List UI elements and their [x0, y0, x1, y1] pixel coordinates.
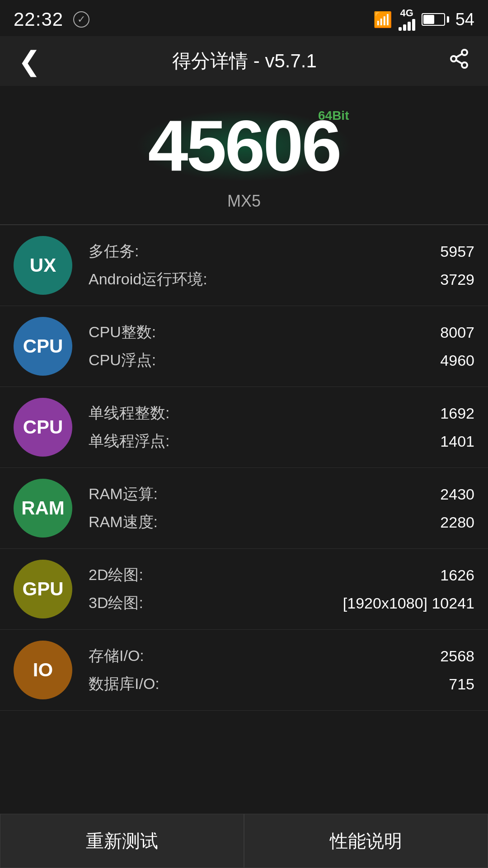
- back-button[interactable]: ❮: [18, 45, 41, 77]
- gpu-value-1: 1626: [440, 566, 474, 584]
- cpu-purple-metric-1: 单线程整数: 1692: [89, 403, 474, 424]
- cpu-blue-value-2: 4960: [440, 352, 474, 369]
- cpu-purple-value-2: 1401: [440, 433, 474, 450]
- retest-button[interactable]: 重新测试: [0, 814, 244, 868]
- benchmark-row-cpu-purple: CPU 单线程整数: 1692 单线程浮点: 1401: [0, 387, 488, 468]
- cpu-purple-icon: CPU: [14, 398, 72, 457]
- cpu-blue-label-1: CPU整数:: [89, 322, 156, 343]
- cpu-blue-metric-2: CPU浮点: 4960: [89, 350, 474, 371]
- cpu-blue-metrics: CPU整数: 8007 CPU浮点: 4960: [89, 322, 474, 371]
- io-metrics: 存储I/O: 2568 数据库I/O: 715: [89, 646, 474, 694]
- ux-metrics: 多任务: 5957 Android运行环境: 3729: [89, 241, 474, 290]
- lte-badge: 4G: [400, 8, 413, 18]
- ram-value-2: 2280: [440, 514, 474, 531]
- battery-icon: [422, 13, 449, 26]
- cpu-purple-metrics: 单线程整数: 1692 单线程浮点: 1401: [89, 403, 474, 452]
- io-label-2: 数据库I/O:: [89, 674, 160, 694]
- gpu-label-2: 3D绘图:: [89, 593, 143, 613]
- gpu-label-1: 2D绘图:: [89, 565, 143, 585]
- benchmark-row-gpu: GPU 2D绘图: 1626 3D绘图: [868x488] 10241: [0, 549, 488, 630]
- cpu-blue-label-2: CPU浮点:: [89, 350, 156, 371]
- cpu-purple-label-2: 单线程浮点:: [89, 431, 169, 452]
- gpu-metric-1: 2D绘图: 1626: [89, 565, 474, 585]
- benchmark-row-cpu-blue: CPU CPU整数: 8007 CPU浮点: 4960: [0, 306, 488, 387]
- gpu-icon: GPU: [14, 560, 72, 618]
- ux-value-2: 3729: [440, 271, 474, 288]
- svg-line-4: [456, 54, 462, 57]
- ux-metric-2: Android运行环境: 3729: [89, 269, 474, 290]
- cpu-purple-label-1: 单线程整数:: [89, 403, 169, 424]
- gpu-metric-2: 3D绘图: [868x488] 10241: [89, 593, 474, 613]
- ram-label-1: RAM运算:: [89, 484, 158, 505]
- ram-metrics: RAM运算: 2430 RAM速度: 2280: [89, 484, 474, 533]
- ux-label-2: Android运行环境:: [89, 269, 207, 290]
- score-number: 45606: [148, 104, 340, 187]
- score-glow: 64Bit 45606: [148, 104, 340, 187]
- share-button[interactable]: [448, 48, 470, 74]
- gpu-metrics: 2D绘图: 1626 3D绘图: [868x488] 10241: [89, 565, 474, 613]
- score-section: 64Bit 45606 MX5: [0, 86, 488, 224]
- io-value-1: 2568: [440, 647, 474, 665]
- ram-label-2: RAM速度:: [89, 512, 158, 533]
- benchmark-row-ram: RAM RAM运算: 2430 RAM速度: 2280: [0, 468, 488, 549]
- cpu-blue-value-1: 8007: [440, 324, 474, 341]
- score-badge: 64Bit: [318, 108, 349, 123]
- signal-bars: [399, 19, 415, 31]
- io-value-2: 715: [449, 675, 474, 693]
- device-name: MX5: [227, 192, 261, 211]
- io-metric-1: 存储I/O: 2568: [89, 646, 474, 666]
- cpu-purple-metric-2: 单线程浮点: 1401: [89, 431, 474, 452]
- ux-value-1: 5957: [440, 243, 474, 260]
- bottom-buttons: 重新测试 性能说明: [0, 814, 488, 868]
- io-icon: IO: [14, 641, 72, 699]
- status-bar: 22:32 📶 4G 54: [0, 0, 488, 36]
- ux-label-1: 多任务:: [89, 241, 139, 262]
- svg-line-3: [456, 60, 462, 64]
- ux-metric-1: 多任务: 5957: [89, 241, 474, 262]
- benchmark-row-ux: UX 多任务: 5957 Android运行环境: 3729: [0, 225, 488, 306]
- battery-level: 54: [455, 10, 474, 29]
- status-right: 📶 4G 54: [373, 8, 474, 31]
- ram-icon: RAM: [14, 479, 72, 538]
- top-bar: ❮ 得分详情 - v5.7.1: [0, 36, 488, 86]
- cpu-blue-icon: CPU: [14, 317, 72, 376]
- check-icon: [73, 11, 89, 28]
- ux-icon: UX: [14, 236, 72, 295]
- io-label-1: 存储I/O:: [89, 646, 144, 666]
- io-metric-2: 数据库I/O: 715: [89, 674, 474, 694]
- performance-button[interactable]: 性能说明: [244, 814, 488, 868]
- cpu-blue-metric-1: CPU整数: 8007: [89, 322, 474, 343]
- gpu-value-2: [868x488] 10241: [343, 594, 474, 612]
- page-title: 得分详情 - v5.7.1: [172, 48, 317, 74]
- benchmark-row-io: IO 存储I/O: 2568 数据库I/O: 715: [0, 630, 488, 711]
- main-content: 64Bit 45606 MX5 UX 多任务: 5957 Android运行环境…: [0, 86, 488, 765]
- ram-value-1: 2430: [440, 486, 474, 503]
- cpu-purple-value-1: 1692: [440, 405, 474, 422]
- wifi-icon: 📶: [373, 10, 392, 28]
- status-time: 22:32: [14, 9, 63, 30]
- benchmark-list: UX 多任务: 5957 Android运行环境: 3729 CPU CPU整数…: [0, 225, 488, 711]
- ram-metric-1: RAM运算: 2430: [89, 484, 474, 505]
- ram-metric-2: RAM速度: 2280: [89, 512, 474, 533]
